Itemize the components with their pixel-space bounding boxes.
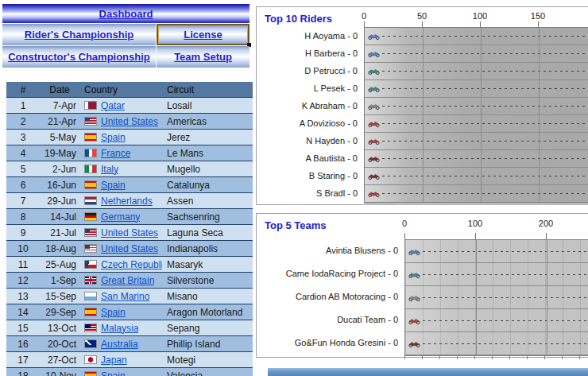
country-flag-icon (84, 371, 97, 376)
race-circuit: Laguna Seca (162, 227, 253, 238)
leader-line (382, 88, 588, 89)
team-setup-link[interactable]: Team Setup (174, 51, 232, 63)
gridline (539, 28, 540, 203)
country-link[interactable]: Netherlands (101, 196, 153, 207)
dashboard-link[interactable]: Dashboard (99, 8, 153, 20)
table-row: 8 14-Jul Germany Sachsenring (6, 209, 253, 225)
country-link[interactable]: Spain (101, 180, 126, 191)
leader-line (423, 274, 588, 275)
country-flag-icon (84, 180, 97, 189)
race-number: 15 (6, 323, 40, 334)
chart-row (365, 168, 588, 185)
race-number: 2 (6, 116, 40, 127)
axis-tick-label: 0 (362, 11, 366, 21)
axis-tick-label: 100 (473, 11, 487, 21)
riders-championship-link[interactable]: Rider's Championship (25, 29, 133, 41)
country-link[interactable]: Spain (101, 132, 126, 143)
race-country: United States (79, 243, 162, 254)
race-country: Australia (79, 339, 162, 350)
race-date: 19-May (40, 148, 79, 159)
race-circuit: Americas (162, 116, 253, 127)
race-number: 11 (6, 259, 40, 270)
race-country: San Marino (79, 291, 162, 302)
country-link[interactable]: France (101, 148, 130, 159)
country-link[interactable]: Japan (101, 355, 127, 366)
license-link[interactable]: License (184, 29, 222, 41)
table-row: 18 10-Nov Spain Valencia (6, 368, 253, 376)
axis-tick-label: 200 (539, 219, 553, 228)
race-date: 27-Oct (40, 355, 79, 366)
chart-row (405, 309, 588, 332)
race-date: 14-Jul (40, 211, 79, 223)
race-country: Malaysia (79, 323, 162, 334)
race-number: 13 (6, 291, 40, 302)
race-circuit: Sepang (162, 323, 253, 334)
country-link[interactable]: Australia (101, 339, 138, 350)
country-link[interactable]: Malaysia (101, 323, 138, 334)
table-row: 6 16-Jun Spain Catalunya (6, 177, 253, 193)
race-date: 21-Apr (40, 116, 79, 127)
country-flag-icon (84, 324, 97, 332)
riders-chart-title: Top 10 Riders (265, 13, 332, 25)
nav-item-constructors-championship[interactable]: Constructor's Championship (2, 46, 156, 68)
nav-item-team-setup[interactable]: Team Setup (157, 46, 250, 68)
leader-line (423, 297, 588, 298)
race-table: # Date Country Circuit 1 7-Apr Qatar Los… (6, 82, 253, 376)
axis-tick-label: 0 (402, 219, 407, 228)
country-link[interactable]: San Marino (101, 291, 149, 302)
race-circuit: Misano (162, 291, 253, 302)
rider-label: N Hayden - 0 (257, 132, 358, 149)
table-row: 11 25-Aug Czech Republic Masaryk (6, 257, 253, 273)
country-flag-icon (84, 165, 97, 173)
country-link[interactable]: Spain (101, 370, 126, 376)
country-link[interactable]: Italy (101, 164, 118, 175)
table-row: 2 21-Apr United States Americas (6, 114, 253, 130)
country-flag-icon (84, 101, 97, 110)
rider-label: L Pesek - 0 (257, 79, 358, 97)
race-circuit: Motegi (162, 355, 253, 366)
leader-line (382, 158, 588, 159)
leader-line (382, 193, 588, 194)
chart-row (365, 98, 588, 115)
team-label: Go&Fun Honda Gresini - 0 (257, 331, 398, 355)
race-country: France (79, 148, 162, 159)
country-link[interactable]: Great Britain (101, 275, 154, 286)
axis-tick-label: 100 (468, 219, 482, 228)
country-link[interactable]: Qatar (101, 100, 125, 111)
race-country: United States (79, 227, 162, 238)
motorcycle-icon (367, 84, 381, 93)
chart-row (365, 63, 588, 80)
tick-mark (364, 21, 365, 27)
race-number: 18 (6, 370, 40, 376)
axis-tick-label: 50 (417, 11, 427, 21)
country-link[interactable]: United States (101, 116, 158, 127)
table-row: 4 19-May France Le Mans (6, 145, 253, 161)
riders-axis-labels: H Aoyama - 0 H Barbera - 0 D Petrucci - … (257, 27, 358, 202)
nav-item-dashboard[interactable]: Dashboard (2, 4, 250, 23)
country-link[interactable]: United States (101, 243, 158, 254)
country-flag-icon (84, 292, 97, 300)
race-circuit: Catalunya (162, 180, 253, 191)
race-country: Germany (79, 211, 162, 223)
race-date: 16-Jun (40, 180, 79, 191)
race-country: Netherlands (79, 196, 162, 207)
motorcycle-icon (367, 67, 381, 76)
constructors-championship-link[interactable]: Constructor's Championship (8, 51, 150, 63)
race-number: 3 (6, 132, 40, 143)
race-date: 1-Sep (40, 275, 79, 286)
table-row: 12 1-Sep Great Britain Silverstone (6, 273, 253, 289)
race-circuit: Valencia (162, 370, 253, 376)
team-label: Cardion AB Motoracing - 0 (257, 285, 398, 308)
nav-item-riders-championship[interactable]: Rider's Championship (2, 24, 156, 45)
country-link[interactable]: Czech Republic (101, 259, 162, 270)
nav-item-license[interactable]: License (157, 24, 250, 45)
motorcycle-icon (408, 270, 421, 279)
chart-row (405, 332, 588, 355)
rider-label: D Petrucci - 0 (257, 62, 358, 79)
rider-label: S Bradl - 0 (257, 184, 358, 202)
race-country: Japan (79, 355, 162, 366)
country-link[interactable]: United States (101, 227, 158, 238)
country-link[interactable]: Spain (101, 307, 126, 318)
country-link[interactable]: Germany (101, 211, 140, 223)
chart-row (405, 263, 588, 286)
